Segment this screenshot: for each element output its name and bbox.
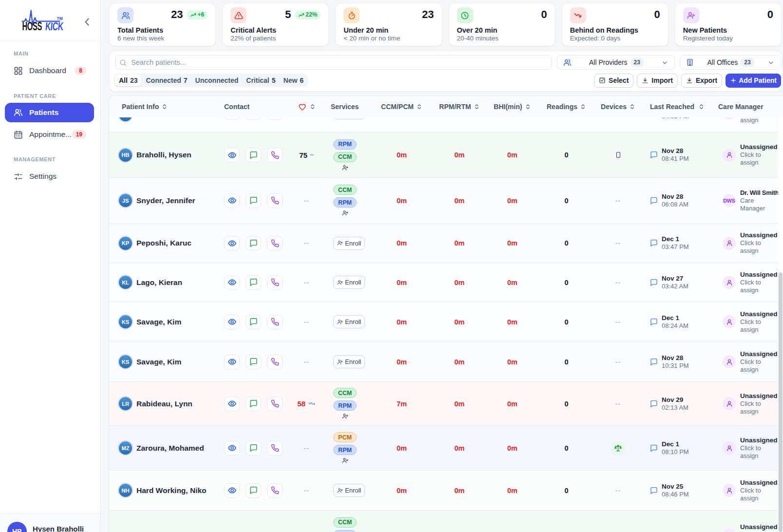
- svg-text:KICK: KICK: [45, 19, 64, 32]
- svg-text:HOSS: HOSS: [22, 19, 42, 32]
